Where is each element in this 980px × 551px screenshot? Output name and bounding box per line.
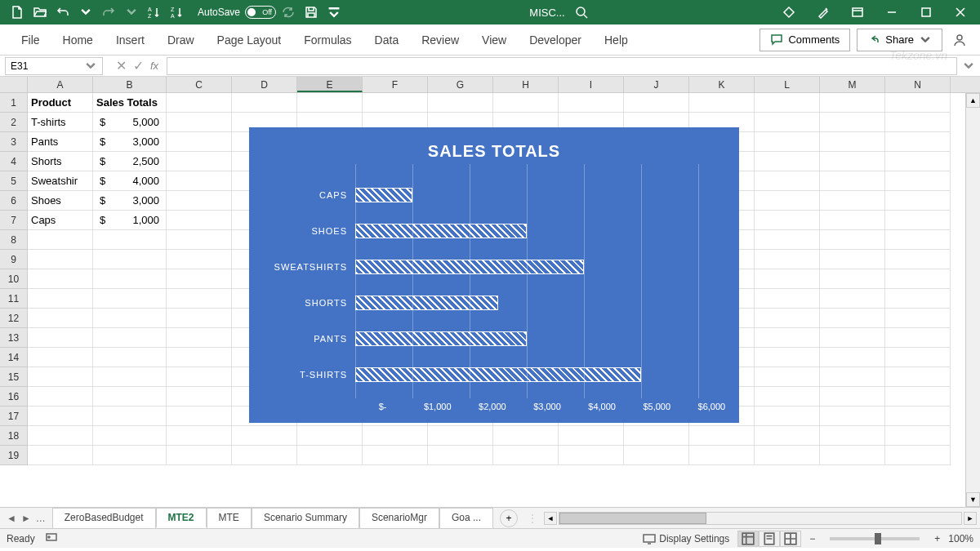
cell[interactable] xyxy=(885,426,951,446)
ribbon-tab-view[interactable]: View xyxy=(470,27,518,53)
cell[interactable] xyxy=(755,152,820,171)
cell[interactable] xyxy=(755,289,820,309)
cell[interactable] xyxy=(885,171,951,191)
row-header[interactable]: 18 xyxy=(0,426,28,446)
column-header[interactable]: D xyxy=(232,77,297,92)
row-header[interactable]: 6 xyxy=(0,191,28,211)
column-header[interactable]: B xyxy=(93,77,167,92)
cell[interactable] xyxy=(885,230,951,250)
cell[interactable] xyxy=(28,348,93,367)
cell[interactable] xyxy=(232,93,297,113)
sheet-tab[interactable]: MTE2 xyxy=(156,508,207,528)
cell[interactable] xyxy=(493,446,559,465)
undo-icon[interactable] xyxy=(52,2,74,23)
autosave-toggle[interactable]: AutoSave Off xyxy=(198,6,276,19)
page-layout-view-icon[interactable] xyxy=(759,531,780,547)
search-button[interactable] xyxy=(575,6,588,19)
cell[interactable]: Sales Totals xyxy=(93,93,167,113)
comments-button[interactable]: Comments xyxy=(760,29,850,51)
cell[interactable] xyxy=(167,250,232,269)
cell[interactable] xyxy=(167,269,232,289)
row-header[interactable]: 17 xyxy=(0,407,28,426)
cell[interactable] xyxy=(624,426,689,446)
cell[interactable] xyxy=(755,269,820,289)
cell[interactable] xyxy=(885,269,951,289)
cell[interactable] xyxy=(28,407,93,426)
row-header[interactable]: 15 xyxy=(0,367,28,387)
row-header[interactable]: 1 xyxy=(0,93,28,113)
cell[interactable] xyxy=(755,113,820,132)
cell[interactable] xyxy=(28,269,93,289)
row-header[interactable]: 10 xyxy=(0,269,28,289)
row-header[interactable]: 19 xyxy=(0,446,28,465)
cell[interactable]: $2,500 xyxy=(93,152,167,171)
cell[interactable] xyxy=(755,132,820,152)
ribbon-tab-developer[interactable]: Developer xyxy=(518,27,593,53)
ribbon-tab-insert[interactable]: Insert xyxy=(105,27,156,53)
share-button[interactable]: Share xyxy=(857,29,942,51)
cell[interactable] xyxy=(363,446,428,465)
cell[interactable] xyxy=(885,328,951,348)
open-file-icon[interactable] xyxy=(29,2,51,23)
cell[interactable] xyxy=(755,191,820,211)
cell[interactable] xyxy=(885,446,951,465)
vertical-scrollbar[interactable]: ▲ ▼ xyxy=(965,93,980,507)
cell[interactable] xyxy=(167,309,232,328)
cell[interactable] xyxy=(820,407,885,426)
row-header[interactable]: 2 xyxy=(0,113,28,132)
qat-customize-icon[interactable] xyxy=(323,2,345,23)
cell[interactable] xyxy=(93,407,167,426)
cell[interactable] xyxy=(820,250,885,269)
cell[interactable] xyxy=(428,446,493,465)
row-header[interactable]: 3 xyxy=(0,132,28,152)
save-icon[interactable] xyxy=(301,2,322,23)
cell[interactable] xyxy=(28,328,93,348)
cell[interactable] xyxy=(820,289,885,309)
scroll-left-icon[interactable]: ◄ xyxy=(544,512,557,525)
zoom-level[interactable]: 100% xyxy=(948,533,973,544)
cell[interactable] xyxy=(885,289,951,309)
cell[interactable] xyxy=(755,230,820,250)
add-sheet-button[interactable]: + xyxy=(500,509,518,527)
cell[interactable] xyxy=(885,407,951,426)
row-header[interactable]: 8 xyxy=(0,230,28,250)
cell[interactable] xyxy=(28,367,93,387)
cell[interactable] xyxy=(232,426,297,446)
cell[interactable] xyxy=(755,367,820,387)
cell[interactable]: Shoes xyxy=(28,191,93,211)
cell[interactable] xyxy=(755,407,820,426)
ribbon-tab-page-layout[interactable]: Page Layout xyxy=(206,27,293,53)
cell[interactable] xyxy=(689,426,755,446)
cell[interactable] xyxy=(820,328,885,348)
row-header[interactable]: 4 xyxy=(0,152,28,171)
cell[interactable] xyxy=(167,328,232,348)
ribbon-tab-help[interactable]: Help xyxy=(593,27,639,53)
expand-formula-icon[interactable] xyxy=(962,60,975,73)
cell[interactable] xyxy=(363,93,428,113)
cell[interactable] xyxy=(167,93,232,113)
cell[interactable] xyxy=(755,250,820,269)
column-header[interactable]: F xyxy=(363,77,428,92)
cell[interactable]: Shorts xyxy=(28,152,93,171)
cell[interactable] xyxy=(885,250,951,269)
cell[interactable] xyxy=(93,289,167,309)
cell[interactable]: Caps xyxy=(28,211,93,230)
name-box[interactable]: E31 xyxy=(5,57,103,75)
zoom-in-icon[interactable]: + xyxy=(934,533,940,544)
ribbon-display-icon[interactable] xyxy=(841,2,874,23)
cell[interactable] xyxy=(624,446,689,465)
cell[interactable] xyxy=(820,426,885,446)
sheet-tab[interactable]: MTE xyxy=(207,508,252,528)
cell[interactable] xyxy=(93,230,167,250)
formula-input[interactable] xyxy=(167,57,957,75)
cell[interactable] xyxy=(167,152,232,171)
scroll-right-icon[interactable]: ► xyxy=(964,512,977,525)
cell[interactable] xyxy=(93,309,167,328)
cell[interactable] xyxy=(885,211,951,230)
column-header[interactable]: M xyxy=(820,77,885,92)
cell[interactable] xyxy=(167,289,232,309)
cell[interactable] xyxy=(820,93,885,113)
column-header[interactable]: J xyxy=(624,77,689,92)
redo-icon[interactable] xyxy=(98,2,119,23)
cell[interactable] xyxy=(93,387,167,407)
